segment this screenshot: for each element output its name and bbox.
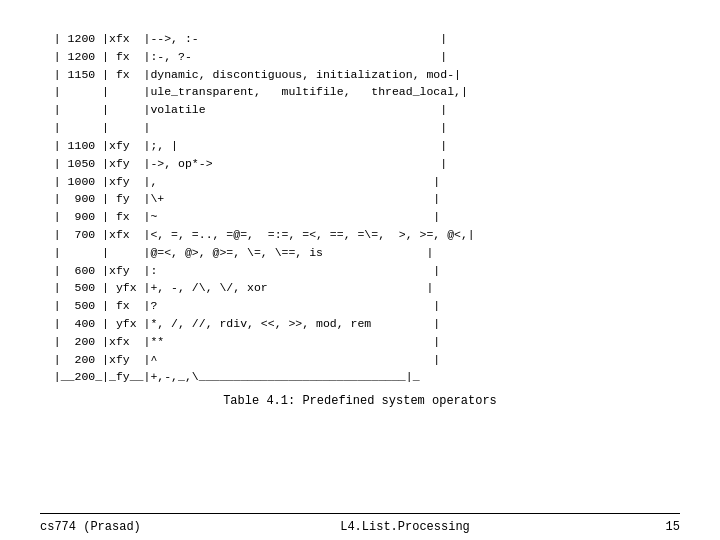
table-caption: Table 4.1: Predefined system operators — [40, 394, 680, 408]
table-area: | 1200 |xfx |-->, :- | | 1200 | fx |:-, … — [40, 10, 680, 513]
page-container: | 1200 |xfx |-->, :- | | 1200 | fx |:-, … — [0, 0, 720, 540]
footer-center: L4.List.Processing — [160, 520, 650, 534]
footer-left: cs774 (Prasad) — [40, 520, 160, 534]
code-table: | 1200 |xfx |-->, :- | | 1200 | fx |:-, … — [40, 30, 680, 386]
footer-right: 15 — [650, 520, 680, 534]
page-footer: cs774 (Prasad) L4.List.Processing 15 — [40, 513, 680, 540]
